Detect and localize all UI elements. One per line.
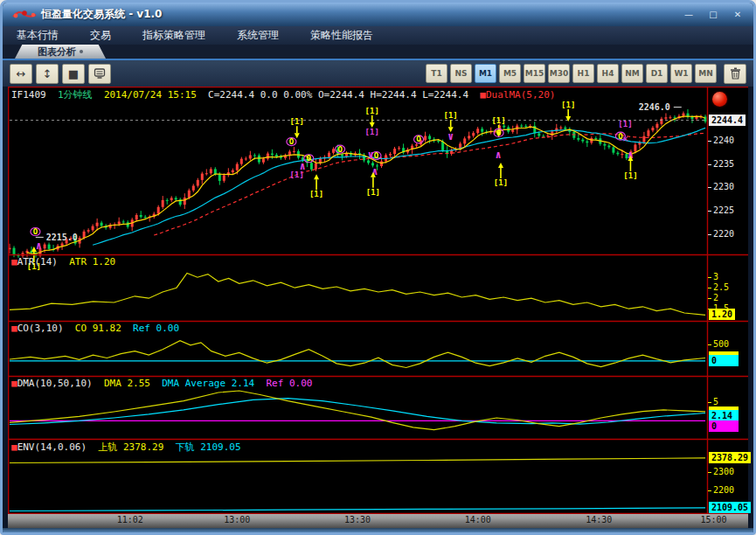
app-window: 恒盈量化交易系统 - v1.0 — □ ✕ 基本行情 交易 指标策略管理 系统管… xyxy=(0,0,756,535)
timeframe-button-w1[interactable]: W1 xyxy=(670,64,692,83)
menu-item-system-mgmt[interactable]: 系统管理 xyxy=(237,28,279,43)
stop-icon[interactable]: ■ xyxy=(62,64,85,84)
last-price-badge: 2244.4 xyxy=(709,115,746,126)
svg-text:[1]: [1] xyxy=(365,107,379,115)
env-tick: 2300 xyxy=(708,466,734,477)
co-tick: 500 xyxy=(708,338,729,350)
trash-icon xyxy=(730,67,741,80)
timeframe-button-m1[interactable]: M1 xyxy=(475,64,496,83)
svg-text:2215.0: 2215.0 xyxy=(46,233,78,242)
main-tick: 2240 xyxy=(708,135,734,146)
window-title: 恒盈量化交易系统 - v1.0 xyxy=(41,7,162,22)
svg-text:[1]: [1] xyxy=(27,262,41,271)
timeframe-button-mn[interactable]: MN xyxy=(695,64,717,83)
svg-text:O: O xyxy=(307,154,312,163)
svg-text:[1]: [1] xyxy=(366,188,380,197)
ma-layer xyxy=(10,116,705,254)
svg-text:[1]: [1] xyxy=(491,116,505,125)
display-icon xyxy=(94,67,106,80)
svg-text:[1]: [1] xyxy=(618,120,632,129)
time-label: 15:00 xyxy=(700,515,726,525)
display-grid-icon[interactable] xyxy=(88,64,111,84)
chart-area[interactable]: [1]∧O2215.0[1][1]OO∧[1]O[1][1]∨O∧[1]O[1]… xyxy=(8,87,748,514)
menu-item-quotes[interactable]: 基本行情 xyxy=(17,28,59,43)
v-resize-icon[interactable]: ↕ xyxy=(36,64,59,84)
svg-text:∧: ∧ xyxy=(299,160,305,172)
time-label: 13:00 xyxy=(224,515,250,525)
candles-layer xyxy=(9,109,707,258)
maximize-button[interactable]: □ xyxy=(703,8,724,21)
env-tick: 2200 xyxy=(708,484,734,496)
co-ref-badge: 0 xyxy=(709,355,739,366)
app-logo-icon xyxy=(11,7,38,23)
tab-chart-analysis[interactable]: 图表分析 xyxy=(15,45,106,59)
time-label: 14:00 xyxy=(465,515,491,525)
title-bar: 恒盈量化交易系统 - v1.0 — □ ✕ xyxy=(3,3,753,26)
time-label: 14:30 xyxy=(586,515,612,525)
tab-dot-icon xyxy=(80,50,83,53)
svg-text:O: O xyxy=(416,135,421,143)
timeframe-button-t1[interactable]: T1 xyxy=(426,64,447,83)
tab-label: 图表分析 xyxy=(38,45,76,59)
svg-text:O: O xyxy=(618,132,623,141)
svg-text:O: O xyxy=(374,151,379,160)
main-tick: 2220 xyxy=(708,228,734,240)
time-axis: 11:02 13:00 13:30 14:00 14:30 15:00 xyxy=(8,514,748,528)
svg-text:∧: ∧ xyxy=(36,240,42,252)
delete-chart-button[interactable] xyxy=(724,64,746,84)
tab-underline xyxy=(3,59,753,60)
main-tick: 2225 xyxy=(708,205,734,216)
toolbar: ↔ ↕ ■ T1 NS M1 M5 M15 M30 H1 H4 NM D1 xyxy=(3,60,753,87)
close-button[interactable]: ✕ xyxy=(727,8,748,21)
svg-text:[1]: [1] xyxy=(444,111,458,120)
chart-canvas: [1]∧O2215.0[1][1]OO∧[1]O[1][1]∨O∧[1]O[1]… xyxy=(8,87,748,514)
env-lower-badge: 2109.05 xyxy=(709,502,751,513)
svg-text:∨: ∨ xyxy=(447,130,454,142)
timeframe-button-m15[interactable]: M15 xyxy=(524,64,545,83)
indicators-layer xyxy=(10,273,705,511)
timeframe-button-m30[interactable]: M30 xyxy=(548,64,570,83)
menu-item-performance-report[interactable]: 策略性能报告 xyxy=(310,28,373,43)
svg-text:O: O xyxy=(289,137,295,146)
svg-text:[1]: [1] xyxy=(494,178,508,187)
svg-text:[1]: [1] xyxy=(290,117,304,126)
time-label: 11:02 xyxy=(117,515,143,525)
menu-item-strategy-mgmt[interactable]: 指标策略管理 xyxy=(142,28,205,43)
main-tick: 2235 xyxy=(708,158,734,170)
timeframe-button-nm[interactable]: NM xyxy=(621,64,643,83)
atr-value-badge: 1.20 xyxy=(709,309,735,320)
svg-text:[1]: [1] xyxy=(623,171,637,180)
timeframe-button-h4[interactable]: H4 xyxy=(597,64,619,83)
timeframe-button-d1[interactable]: D1 xyxy=(646,64,668,83)
timeframe-button-m5[interactable]: M5 xyxy=(499,64,521,83)
markers-layer: [1]∧O2215.0[1][1]OO∧[1]O[1][1]∨O∧[1]O[1]… xyxy=(27,101,682,271)
menu-item-trade[interactable]: 交易 xyxy=(90,28,111,43)
minimize-button[interactable]: — xyxy=(678,8,699,21)
window-bottom-edge xyxy=(3,528,753,532)
timeframe-button-h1[interactable]: H1 xyxy=(572,64,594,83)
menu-bar: 基本行情 交易 指标策略管理 系统管理 策略性能报告 xyxy=(3,26,753,45)
time-label: 13:30 xyxy=(344,515,371,525)
dma-ref-badge: 0 xyxy=(709,420,739,432)
timeframe-button-ns[interactable]: NS xyxy=(450,64,472,83)
svg-text:[1]: [1] xyxy=(309,190,323,198)
svg-text:O: O xyxy=(33,227,38,236)
svg-text:2246.0: 2246.0 xyxy=(639,102,670,112)
tab-bar: 图表分析 xyxy=(3,45,753,60)
svg-text:O: O xyxy=(496,129,502,137)
red-ball-icon[interactable] xyxy=(712,92,727,107)
svg-text:[1]: [1] xyxy=(561,101,575,109)
main-tick: 2230 xyxy=(708,181,734,192)
svg-text:[1]: [1] xyxy=(365,128,379,136)
svg-text:∧: ∧ xyxy=(496,149,502,161)
svg-text:O: O xyxy=(337,145,343,154)
env-upper-badge: 2378.29 xyxy=(709,452,751,463)
h-resize-icon[interactable]: ↔ xyxy=(10,64,32,84)
